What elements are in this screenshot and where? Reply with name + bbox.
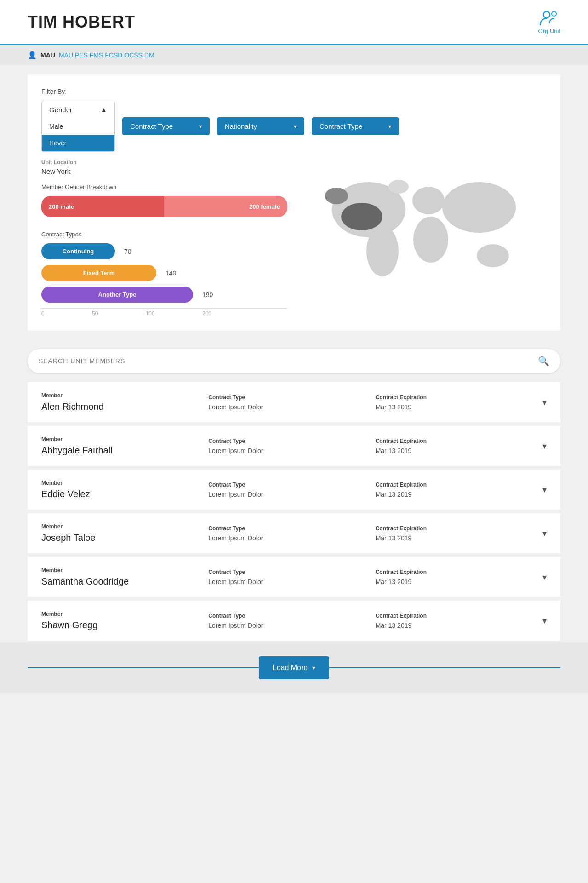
member-expand-chevron-icon[interactable]: ▾ [542, 572, 547, 582]
member-col-label: Member [41, 436, 208, 442]
continuing-bar: Continuing [41, 243, 115, 259]
expiration-value: Mar 13 2019 [376, 491, 542, 498]
svg-point-7 [413, 217, 448, 263]
search-bar: 🔍 [28, 349, 560, 373]
female-count: 200 [249, 203, 259, 210]
load-more-line-right [329, 667, 560, 668]
gender-breakdown-title: Member Gender Breakdown [41, 183, 287, 190]
breadcrumb-active: MAU [40, 52, 55, 59]
member-col-contract: Contract Type Lorem Ipsum Dolor [208, 438, 375, 454]
gender-male-bar: 200 male [41, 196, 164, 217]
contract-type-value: Lorem Ipsum Dolor [208, 447, 375, 454]
breadcrumb-links[interactable]: MAU PES FMS FCSD OCSS DM [59, 52, 154, 59]
contract-type-col-label: Contract Type [208, 525, 375, 532]
svg-point-5 [366, 226, 399, 276]
axis-100: 100 [146, 310, 155, 317]
member-name: Alen Richmond [41, 401, 208, 412]
member-row: Member Samantha Goodridge Contract Type … [28, 557, 560, 597]
male-label: male [60, 203, 74, 210]
contract-type-dropdown-2[interactable]: Contract Type ▾ [312, 117, 399, 135]
gender-dropdown[interactable]: Gender ▲ Male Hover [41, 101, 115, 152]
hover-button[interactable]: Hover [42, 135, 114, 151]
member-col-expiration: Contract Expiration Mar 13 2019 [376, 613, 542, 629]
member-col-expiration: Contract Expiration Mar 13 2019 [376, 525, 542, 542]
expiration-col-label: Contract Expiration [376, 438, 542, 444]
unit-location-value: New York [41, 167, 287, 175]
chart-axis: 0 50 100 200 [41, 308, 287, 317]
org-unit-icon [539, 9, 559, 26]
contract-type-dropdown-1[interactable]: Contract Type ▾ [122, 117, 210, 135]
another-type-value: 190 [202, 291, 216, 298]
gender-label: Gender [49, 106, 72, 114]
expiration-value: Mar 13 2019 [376, 403, 542, 411]
member-col-name: Member Shawn Gregg [41, 611, 208, 631]
svg-point-6 [412, 187, 445, 214]
member-expand-chevron-icon[interactable]: ▾ [542, 397, 547, 407]
member-col-label: Member [41, 523, 208, 530]
contract-bars: Continuing 70 Fixed Term 140 Another Typ… [41, 243, 287, 303]
gender-option-male[interactable]: Male [42, 118, 114, 135]
contract-type-col-label: Contract Type [208, 613, 375, 619]
expiration-col-label: Contract Expiration [376, 525, 542, 532]
chevron-down-icon-2: ▾ [294, 123, 297, 130]
chevron-down-icon-3: ▾ [388, 123, 391, 130]
member-col-name: Member Alen Richmond [41, 392, 208, 412]
member-expand-chevron-icon[interactable]: ▾ [542, 485, 547, 495]
member-list: Member Alen Richmond Contract Type Lorem… [0, 382, 588, 641]
member-expand-chevron-icon[interactable]: ▾ [542, 528, 547, 539]
breadcrumb-icon: 👤 [28, 51, 37, 59]
axis-labels: 0 50 100 200 [41, 310, 211, 317]
expiration-col-label: Contract Expiration [376, 394, 542, 401]
unit-location-label: Unit Location [41, 159, 287, 166]
member-name: Abbygale Fairhall [41, 445, 208, 456]
member-name: Eddie Velez [41, 489, 208, 499]
expiration-col-label: Contract Expiration [376, 569, 542, 575]
expiration-col-label: Contract Expiration [376, 482, 542, 488]
axis-50: 50 [92, 310, 98, 317]
member-col-name: Member Eddie Velez [41, 480, 208, 499]
chevron-up-icon: ▲ [100, 106, 107, 114]
nationality-dropdown[interactable]: Nationality ▾ [217, 117, 304, 135]
member-expand-chevron-icon[interactable]: ▾ [542, 616, 547, 626]
axis-0: 0 [41, 310, 45, 317]
member-col-label: Member [41, 392, 208, 399]
expiration-col-label: Contract Expiration [376, 613, 542, 619]
gender-dropdown-header[interactable]: Gender ▲ [42, 101, 114, 118]
page-title: TIM HOBERT [28, 12, 135, 32]
svg-point-8 [442, 182, 516, 233]
load-more-section: Load More ▾ [0, 642, 588, 693]
continuing-value: 70 [124, 248, 138, 255]
org-unit-button[interactable]: Org Unit [538, 9, 560, 34]
member-name: Shawn Gregg [41, 620, 208, 631]
load-more-button[interactable]: Load More ▾ [259, 656, 330, 679]
bar-row-fixed: Fixed Term 140 [41, 265, 287, 281]
svg-point-3 [341, 203, 382, 230]
search-icon[interactable]: 🔍 [538, 355, 549, 367]
contract-type-value: Lorem Ipsum Dolor [208, 534, 375, 542]
nationality-label: Nationality [225, 122, 257, 130]
member-row: Member Alen Richmond Contract Type Lorem… [28, 382, 560, 422]
member-col-name: Member Abbygale Fairhall [41, 436, 208, 456]
bar-row-another: Another Type 190 [41, 287, 287, 303]
member-col-expiration: Contract Expiration Mar 13 2019 [376, 438, 542, 454]
contract-type-col-label: Contract Type [208, 394, 375, 401]
member-col-contract: Contract Type Lorem Ipsum Dolor [208, 525, 375, 542]
search-input[interactable] [39, 357, 532, 365]
org-unit-label: Org Unit [538, 28, 560, 34]
filter-card: Filter By: Gender ▲ Male Hover Contract … [28, 74, 560, 331]
expiration-value: Mar 13 2019 [376, 622, 542, 629]
contract-type-value: Lorem Ipsum Dolor [208, 491, 375, 498]
member-col-expiration: Contract Expiration Mar 13 2019 [376, 482, 542, 498]
member-col-contract: Contract Type Lorem Ipsum Dolor [208, 482, 375, 498]
svg-point-4 [325, 188, 348, 204]
member-expand-chevron-icon[interactable]: ▾ [542, 441, 547, 451]
search-section: 🔍 [0, 340, 588, 382]
expiration-value: Mar 13 2019 [376, 447, 542, 454]
contract-type-2-label: Contract Type [320, 122, 362, 130]
member-name: Joseph Taloe [41, 533, 208, 543]
fixed-term-value: 140 [166, 269, 179, 277]
contract-type-value: Lorem Ipsum Dolor [208, 622, 375, 629]
member-row: Member Shawn Gregg Contract Type Lorem I… [28, 601, 560, 641]
contract-type-col-label: Contract Type [208, 482, 375, 488]
axis-200: 200 [202, 310, 211, 317]
